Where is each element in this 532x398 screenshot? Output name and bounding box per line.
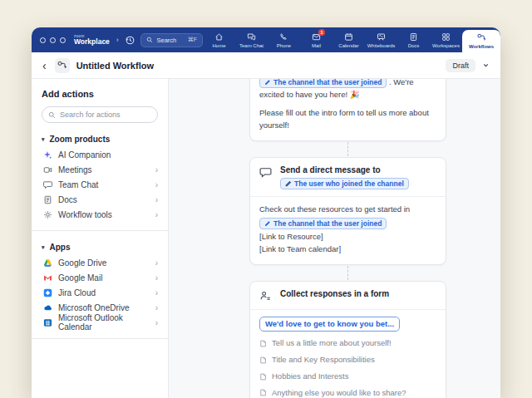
history-icon[interactable] xyxy=(125,34,135,47)
nav-item-team-chat[interactable]: Team Chat xyxy=(235,27,268,52)
nav-item-docs[interactable]: Docs xyxy=(397,27,430,52)
step-card-collect-form[interactable]: Collect responses in a form We'd love to… xyxy=(249,281,446,398)
form-question: Tell us a little more about yourself! xyxy=(259,337,436,350)
add-actions-sidebar: Add actions Search for actions ▾ Zoom pr… xyxy=(32,79,169,398)
outlook-calendar-icon xyxy=(43,318,52,327)
sidebar-item-docs[interactable]: Docs › xyxy=(42,192,158,207)
google-drive-icon xyxy=(43,258,52,268)
card-header: Send a direct message to The user who jo… xyxy=(250,158,446,196)
nav-item-calendar[interactable]: Calendar xyxy=(332,27,365,52)
sidebar-item-microsoft-outlook-calendar[interactable]: Microsoft Outlook Calendar › xyxy=(42,315,158,330)
onedrive-icon xyxy=(43,303,52,312)
nav-item-workflows-active[interactable]: Workflows xyxy=(462,30,500,52)
global-search-input[interactable]: Search ⌘F xyxy=(140,33,203,47)
nav-item-mail[interactable]: 1 Mail xyxy=(300,27,332,52)
form-question: Title and Key Responsibilities xyxy=(259,354,436,366)
team-chat-icon xyxy=(43,180,52,189)
body-text: [Link to Resource] xyxy=(259,231,436,243)
calendar-icon xyxy=(344,32,353,42)
form-question: Hobbies and Interests xyxy=(259,371,436,383)
step-connector xyxy=(347,266,348,280)
actions-search-placeholder: Search for actions xyxy=(60,111,121,119)
body-text: [Link to Team calendar] xyxy=(259,243,436,256)
welcome-line2: Please fill out the intro form to tell u… xyxy=(259,107,436,131)
back-button[interactable]: ‹ xyxy=(42,60,47,71)
page-icon xyxy=(259,373,267,381)
search-shortcut: ⌘F xyxy=(188,37,197,43)
home-icon xyxy=(214,32,224,42)
section-apps[interactable]: ▾ Apps xyxy=(42,243,158,252)
nav-item-home[interactable]: Home xyxy=(203,27,235,52)
workflow-header: ‹ Untitled Workflow Draft xyxy=(32,52,500,79)
variable-chip[interactable]: The user who joined the channel xyxy=(280,178,409,189)
chevron-right-icon: › xyxy=(155,180,158,189)
workflow-canvas: The channel that the user joined . We're… xyxy=(169,79,500,398)
caret-down-icon: ▾ xyxy=(42,136,45,143)
section-zoom-products[interactable]: ▾ Zoom products xyxy=(42,135,158,144)
form-title-chip[interactable]: We'd love to get to know you bet... xyxy=(259,317,400,332)
workflows-icon xyxy=(477,33,486,42)
chevron-right-icon: › xyxy=(155,165,158,174)
sidebar-item-team-chat[interactable]: Team Chat › xyxy=(42,177,158,192)
whiteboard-icon xyxy=(377,32,386,42)
search-icon xyxy=(146,37,153,43)
chevron-right-icon[interactable]: › xyxy=(116,36,119,44)
step-connector xyxy=(347,142,348,156)
nav-items: Home Team Chat Phone 1 Mail xyxy=(203,27,500,52)
sidebar-item-google-mail[interactable]: Google Mail › xyxy=(42,270,158,285)
meetings-icon xyxy=(43,165,52,174)
variable-chip[interactable]: The channel that the user joined xyxy=(259,79,387,88)
workflow-steps: The channel that the user joined . We're… xyxy=(249,79,446,398)
workflow-icon xyxy=(57,61,67,71)
sidebar-item-google-drive[interactable]: Google Drive › xyxy=(42,255,158,270)
caret-down-icon: ▾ xyxy=(42,244,45,251)
window-zoom-button[interactable] xyxy=(60,37,66,43)
status-badge[interactable]: Draft xyxy=(446,59,475,72)
nav-item-whiteboards[interactable]: Whiteboards xyxy=(365,27,397,52)
page-icon xyxy=(259,356,267,364)
pencil-icon xyxy=(264,220,271,227)
search-placeholder: Search xyxy=(156,37,176,44)
sidebar-item-jira-cloud[interactable]: Jira Cloud › xyxy=(42,285,158,300)
chevron-right-icon: › xyxy=(155,195,158,204)
jira-cloud-icon xyxy=(43,288,52,297)
window-minimize-button[interactable] xyxy=(50,37,56,43)
chevron-down-icon[interactable] xyxy=(482,61,490,69)
docs-icon xyxy=(409,32,418,42)
card-title: Send a direct message to xyxy=(280,165,409,174)
gear-icon xyxy=(43,210,52,219)
step-card-direct-message[interactable]: Send a direct message to The user who jo… xyxy=(249,157,446,265)
phone-icon xyxy=(279,32,288,42)
content-area: Add actions Search for actions ▾ Zoom pr… xyxy=(32,79,500,398)
pencil-icon xyxy=(264,79,271,86)
page-icon xyxy=(259,340,267,347)
mail-unread-badge: 1 xyxy=(318,29,325,36)
sidebar-item-ai-companion[interactable]: AI Companion xyxy=(42,147,158,162)
sidebar-item-workflow-tools[interactable]: Workflow tools › xyxy=(42,207,158,222)
chevron-right-icon: › xyxy=(155,273,158,283)
welcome-message-body: The channel that the user joined . We're… xyxy=(250,79,446,140)
nav-item-phone[interactable]: Phone xyxy=(268,27,300,52)
body-text: Check out these resources to get started… xyxy=(259,204,436,216)
docs-icon xyxy=(43,195,52,204)
variable-chip[interactable]: The channel that the user joined xyxy=(259,218,387,229)
window-controls[interactable] xyxy=(40,37,66,43)
card-body: Check out these resources to get started… xyxy=(250,197,446,264)
chat-bubble-icon xyxy=(259,166,272,179)
ai-companion-icon xyxy=(43,150,52,160)
pencil-icon xyxy=(285,180,292,187)
search-icon xyxy=(48,111,56,119)
form-person-icon xyxy=(259,290,272,302)
chevron-right-icon: › xyxy=(155,258,158,268)
workflow-type-badge xyxy=(55,58,70,73)
nav-item-workspaces[interactable]: Workspaces xyxy=(430,27,462,52)
window-close-button[interactable] xyxy=(40,37,46,43)
actions-search-input[interactable]: Search for actions xyxy=(42,106,158,123)
card-header: Collect responses in a form xyxy=(250,282,446,309)
sidebar-item-meetings[interactable]: Meetings › xyxy=(42,162,158,177)
team-chat-icon xyxy=(247,32,256,42)
step-card-welcome-message[interactable]: The channel that the user joined . We're… xyxy=(249,79,446,141)
workspaces-icon xyxy=(441,32,451,42)
sidebar-divider xyxy=(32,230,168,231)
google-mail-icon xyxy=(43,273,52,283)
